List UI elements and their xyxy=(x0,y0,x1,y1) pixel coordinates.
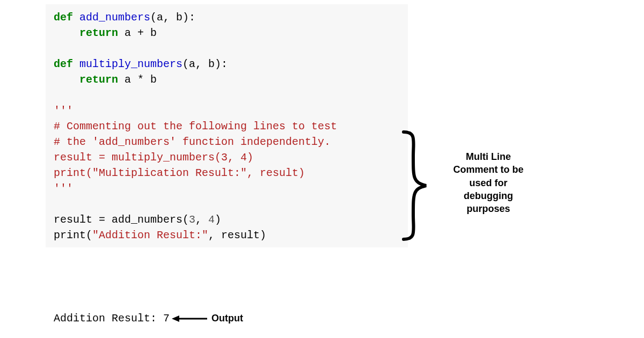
code-line: print("Multiplication Result:", result) xyxy=(54,167,305,179)
annotation-text: Multi Line Comment to be used for debugg… xyxy=(440,150,537,215)
params: (a, b): xyxy=(182,58,228,70)
output-text: Addition Result: 7 xyxy=(54,312,170,325)
keyword-def: def xyxy=(54,58,73,70)
code-line: result = multiply_numbers(3, 4) xyxy=(54,151,253,164)
params: (a, b): xyxy=(150,11,195,24)
annotation-line: purposes xyxy=(440,202,537,215)
code-line: result = add_numbers(3, 4) xyxy=(54,214,221,226)
arrow-left-icon xyxy=(172,314,208,323)
comment-line: # the 'add_numbers' function independent… xyxy=(54,136,331,148)
annotation-line: used for xyxy=(440,177,537,189)
expr: a * b xyxy=(118,74,157,86)
keyword-def: def xyxy=(54,11,73,24)
output-line: Addition Result: 7 Output xyxy=(54,312,243,325)
annotation-line: Comment to be xyxy=(440,163,537,176)
annotation-line: debugging xyxy=(440,189,537,202)
comment-line: # Commenting out the following lines to … xyxy=(54,120,337,133)
function-name: add_numbers xyxy=(79,11,150,24)
expr: a + b xyxy=(118,27,157,39)
curly-brace-icon xyxy=(400,130,434,244)
output-label: Output xyxy=(211,313,243,324)
keyword-return: return xyxy=(79,27,118,39)
code-line: print("Addition Result:", result) xyxy=(54,229,266,241)
annotation-line: Multi Line xyxy=(440,150,537,163)
svg-marker-1 xyxy=(172,315,179,322)
code-block: def add_numbers(a, b): return a + b def … xyxy=(46,4,408,247)
function-name: multiply_numbers xyxy=(79,58,182,70)
keyword-return: return xyxy=(79,74,118,86)
docstring-open: ''' xyxy=(54,105,73,117)
docstring-close: ''' xyxy=(54,182,73,195)
